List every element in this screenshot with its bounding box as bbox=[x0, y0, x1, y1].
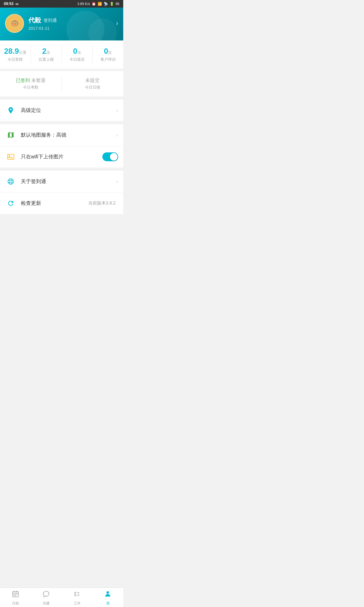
svg-point-3 bbox=[9, 179, 12, 184]
attendance-today: 已签到 未签退 今日考勤 bbox=[0, 76, 62, 91]
about-arrow-icon: › bbox=[116, 178, 118, 185]
avatar: 🐵 bbox=[5, 14, 24, 33]
location-icon bbox=[5, 105, 16, 116]
status-right: 3.89 K/s ⏰ 📶 📡 🔋 86 bbox=[77, 2, 119, 6]
user-header[interactable]: 🐵 代毅 签到通 2017-01-11 › bbox=[0, 8, 123, 40]
location-label: 高级定位 bbox=[21, 107, 116, 114]
wifi-upload-toggle[interactable] bbox=[102, 152, 118, 161]
stat-distance: 28.9公里 今日里程 bbox=[0, 46, 31, 64]
battery-icon: 🔋 bbox=[110, 2, 114, 6]
stat-distance-value: 28.9公里 bbox=[0, 47, 31, 56]
report-status: 未提交 bbox=[62, 77, 124, 83]
menu-item-wifi-upload[interactable]: 只在wifi下上传图片 bbox=[0, 146, 123, 168]
user-date: 2017-01-11 bbox=[28, 26, 57, 31]
status-time: 09:53 bbox=[4, 2, 14, 6]
map-arrow-icon: › bbox=[116, 132, 118, 138]
stat-reports-value: 2次 bbox=[31, 47, 62, 56]
stat-customers: 0次 客户拜访 bbox=[93, 46, 123, 64]
header-left: 🐵 代毅 签到通 2017-01-11 bbox=[5, 14, 57, 33]
location-arrow-icon: › bbox=[116, 107, 118, 114]
user-name-row: 代毅 签到通 bbox=[28, 16, 57, 25]
update-label: 检查更新 bbox=[21, 200, 88, 207]
svg-point-1 bbox=[9, 155, 10, 156]
menu-item-map[interactable]: 默认地图服务：高德 › bbox=[0, 124, 123, 146]
infinity-icon: ∞ bbox=[15, 1, 19, 6]
refresh-icon bbox=[5, 198, 16, 209]
image-icon bbox=[5, 151, 16, 162]
wifi-toggle-wrap bbox=[102, 152, 118, 161]
status-bar: 09:53 ∞ 3.89 K/s ⏰ 📶 📡 🔋 86 bbox=[0, 0, 123, 8]
clock-icon: ⏰ bbox=[92, 2, 96, 6]
menu-item-update[interactable]: 检查更新 当前版本3.8.2 bbox=[0, 193, 123, 214]
user-tag: 签到通 bbox=[44, 18, 57, 23]
wifi-upload-label: 只在wifi下上传图片 bbox=[21, 154, 102, 160]
version-value: 当前版本3.8.2 bbox=[88, 200, 116, 206]
stat-reports: 2次 位置上报 bbox=[31, 46, 62, 64]
status-left: 09:53 ∞ bbox=[4, 1, 19, 6]
menu-section-about: 关于签到通 › 检查更新 当前版本3.8.2 bbox=[0, 171, 123, 214]
stat-reports-label: 位置上报 bbox=[31, 57, 62, 62]
signal-icon: 📡 bbox=[104, 2, 108, 6]
stat-visits-label: 今日巡店 bbox=[62, 57, 93, 62]
stat-customers-value: 0次 bbox=[93, 47, 123, 56]
user-info: 代毅 签到通 2017-01-11 bbox=[28, 16, 57, 31]
header-arrow-icon[interactable]: › bbox=[116, 19, 118, 28]
globe-icon bbox=[5, 176, 16, 187]
menu-section-location: 高级定位 › bbox=[0, 100, 123, 121]
signed-in-status: 已签到 bbox=[16, 77, 30, 83]
map-label: 默认地图服务：高德 bbox=[21, 132, 116, 138]
menu-item-location[interactable]: 高级定位 › bbox=[0, 100, 123, 121]
attendance-status: 已签到 未签退 bbox=[0, 77, 62, 83]
user-name: 代毅 bbox=[28, 16, 41, 25]
about-label: 关于签到通 bbox=[21, 178, 116, 185]
battery-level: 86 bbox=[116, 2, 119, 6]
wifi-icon: 📶 bbox=[98, 2, 102, 6]
menu-section-map: 默认地图服务：高德 › 只在wifi下上传图片 bbox=[0, 124, 123, 168]
attendance-section: 已签到 未签退 今日考勤 未提交 今日日报 bbox=[0, 71, 123, 96]
daily-report: 未提交 今日日报 bbox=[62, 76, 124, 91]
map-icon bbox=[5, 129, 16, 141]
attendance-label: 今日考勤 bbox=[0, 85, 62, 90]
signed-out-status: 未签退 bbox=[31, 77, 46, 83]
stat-customers-label: 客户拜访 bbox=[93, 57, 123, 62]
report-label: 今日日报 bbox=[62, 85, 124, 90]
stat-distance-label: 今日里程 bbox=[0, 57, 31, 62]
toggle-knob bbox=[110, 153, 118, 161]
network-speed: 3.89 K/s bbox=[77, 2, 90, 6]
svg-point-2 bbox=[8, 179, 14, 184]
menu-item-about[interactable]: 关于签到通 › bbox=[0, 171, 123, 193]
